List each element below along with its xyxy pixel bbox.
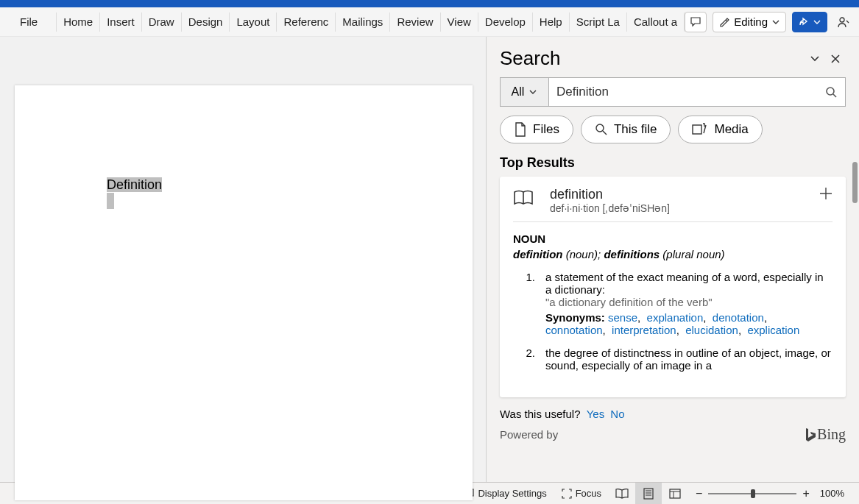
feedback-yes-link[interactable]: Yes (587, 408, 604, 420)
word-forms: definition (noun); definitions (plural n… (513, 248, 833, 260)
account-button[interactable] (833, 15, 854, 29)
bing-logo[interactable]: Bing (804, 426, 846, 443)
search-scope-dropdown[interactable]: All (500, 77, 548, 107)
search-box[interactable] (548, 77, 846, 107)
comment-icon (690, 16, 701, 28)
workspace: Definition Search All Fi (0, 37, 859, 482)
synonym-link[interactable]: sense (608, 311, 637, 324)
focus-icon (562, 489, 572, 499)
search-input[interactable] (556, 85, 824, 99)
view-web-layout[interactable] (662, 483, 688, 504)
close-icon (830, 54, 841, 64)
tab-layout[interactable]: Layout (230, 13, 277, 32)
zoom-slider[interactable] (708, 493, 796, 494)
tab-scriptlab[interactable]: Script La (570, 13, 627, 32)
scrollbar-thumb[interactable] (852, 162, 858, 203)
book-icon (615, 489, 629, 499)
tab-developer[interactable]: Develop (478, 13, 533, 32)
sense-definition: the degree of distinctness in outline of… (545, 347, 833, 372)
document-page[interactable]: Definition (15, 85, 473, 500)
synonym-link[interactable]: denotation (713, 311, 764, 324)
filter-chip-files[interactable]: Files (500, 116, 573, 143)
part-of-speech: NOUN (513, 233, 833, 245)
top-results-heading: Top Results (487, 148, 859, 177)
plus-icon (819, 187, 833, 200)
definition-card: definition def·i·ni·tion [ˌdefəˈniSHən] … (500, 177, 846, 397)
zoom-thumb[interactable] (751, 489, 755, 498)
person-icon (836, 15, 851, 29)
synonym-link[interactable]: elucidation (685, 324, 738, 336)
search-icon[interactable] (824, 85, 838, 99)
expand-card-button[interactable] (819, 187, 833, 214)
synonyms: Synonyms: sense, explanation, denotation… (545, 311, 833, 336)
chevron-down-icon (813, 18, 821, 26)
editing-mode-button[interactable]: Editing (713, 12, 786, 32)
synonym-link[interactable]: explication (747, 324, 799, 336)
comments-button[interactable] (685, 12, 707, 32)
page-icon (643, 488, 654, 500)
filter-chip-media[interactable]: Media (678, 116, 762, 143)
svg-point-0 (840, 18, 844, 22)
powered-by-label: Powered by (500, 428, 558, 441)
view-print-layout[interactable] (635, 483, 662, 504)
search-file-icon (595, 123, 608, 136)
view-read-mode[interactable] (609, 483, 635, 504)
tab-mailings[interactable]: Mailings (336, 13, 390, 32)
title-bar (0, 0, 859, 7)
tab-help[interactable]: Help (533, 13, 570, 32)
tab-file[interactable]: File (13, 13, 44, 32)
tab-callout[interactable]: Callout a (627, 13, 685, 32)
feedback-row: Was this useful? Yes No (487, 397, 859, 423)
feedback-prompt: Was this useful? (500, 408, 581, 420)
tab-references[interactable]: Referenc (277, 13, 336, 32)
sense-item: 2. the degree of distinctness in outline… (513, 347, 833, 372)
pane-close-button[interactable] (825, 49, 846, 69)
editing-mode-label: Editing (734, 15, 768, 28)
zoom-out-button[interactable]: − (696, 487, 702, 500)
chevron-down-icon (810, 54, 820, 64)
feedback-no-link[interactable]: No (610, 408, 624, 420)
sense-item: 1. a statement of the exact meaning of a… (513, 271, 833, 336)
zoom-in-button[interactable]: + (802, 487, 809, 500)
tab-home[interactable]: Home (56, 13, 100, 32)
chevron-down-icon (529, 88, 537, 96)
sense-example: "a dictionary definition of the verb" (545, 296, 833, 308)
file-icon (514, 122, 527, 137)
share-icon (799, 17, 809, 27)
document-area[interactable]: Definition (0, 37, 486, 482)
filter-chip-thisfile[interactable]: This file (581, 116, 671, 143)
web-icon (669, 489, 681, 499)
media-icon (692, 123, 708, 136)
svg-rect-3 (693, 125, 701, 134)
pencil-icon (719, 17, 729, 27)
sense-number: 1. (513, 271, 545, 336)
ribbon: File Home Insert Draw Design Layout Refe… (0, 7, 859, 37)
synonym-link[interactable]: explanation (647, 311, 704, 324)
zoom-control: − + 100% (688, 487, 852, 500)
svg-point-2 (596, 124, 604, 132)
tab-design[interactable]: Design (182, 13, 230, 32)
search-scope-label: All (512, 85, 525, 99)
synonyms-label: Synonyms: (545, 311, 605, 324)
selected-text[interactable]: Definition (107, 177, 162, 192)
tab-insert[interactable]: Insert (100, 13, 142, 32)
synonym-link[interactable]: connotation (545, 324, 603, 336)
focus-button[interactable]: Focus (554, 486, 609, 500)
senses-list: 1. a statement of the exact meaning of a… (513, 271, 833, 372)
chevron-down-icon (772, 18, 780, 26)
synonym-link[interactable]: interpretation (612, 324, 676, 336)
share-button[interactable] (792, 12, 827, 32)
pane-options-button[interactable] (805, 49, 825, 69)
svg-rect-5 (644, 489, 653, 499)
tab-view[interactable]: View (441, 13, 478, 32)
pane-title: Search (500, 47, 805, 70)
tab-draw[interactable]: Draw (142, 13, 182, 32)
tab-review[interactable]: Review (390, 13, 440, 32)
bing-icon (804, 427, 816, 442)
headword: definition (550, 187, 670, 202)
search-pane: Search All Files (486, 37, 859, 482)
pronunciation: def·i·ni·tion [ˌdefəˈniSHən] (550, 202, 670, 214)
zoom-level[interactable]: 100% (820, 488, 844, 499)
view-switcher (609, 483, 688, 504)
chip-label: This file (614, 122, 657, 137)
